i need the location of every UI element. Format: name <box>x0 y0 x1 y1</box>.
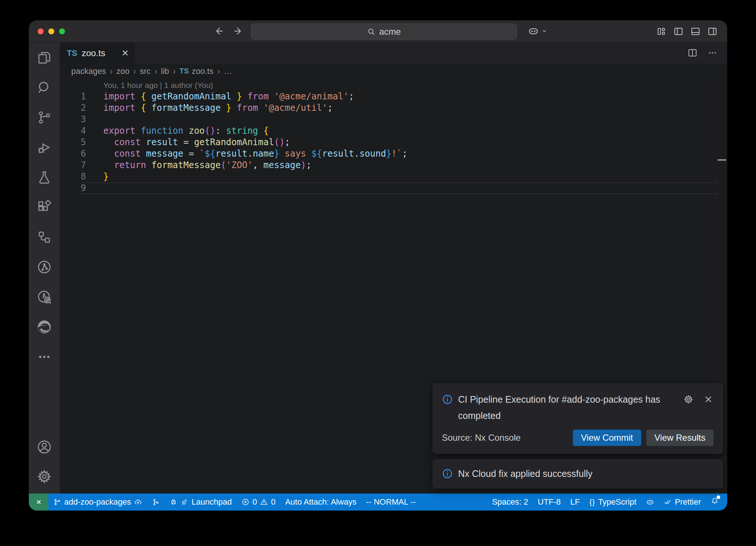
breadcrumb-file-label: zoo.ts <box>192 66 214 76</box>
breadcrumb-zoo[interactable]: zoo <box>116 66 129 76</box>
copilot-icon <box>528 25 539 37</box>
typescript-file-icon: TS <box>67 48 77 58</box>
error-count: 0 <box>252 497 257 507</box>
line-number[interactable]: 8 <box>60 171 86 182</box>
toggle-panel-icon[interactable] <box>690 26 701 38</box>
indentation-item[interactable]: Spaces: 2 <box>487 494 533 511</box>
settings-gear-icon[interactable] <box>29 462 60 491</box>
breadcrumb-lib[interactable]: lib <box>161 66 169 76</box>
nx-console-icon[interactable] <box>29 222 60 252</box>
current-line-highlight <box>80 182 718 194</box>
notification-ci-pipeline[interactable]: CI Pipeline Execution for #add-zoo-packa… <box>433 383 723 454</box>
line-number[interactable]: 4 <box>60 125 86 137</box>
code-line[interactable]: 1import { getRandomAnimal } from '@acme/… <box>60 91 727 102</box>
vim-mode-item[interactable]: -- NORMAL -- <box>361 494 421 511</box>
braces-icon: {} <box>590 498 595 506</box>
breadcrumb: packages › zoo › src › lib › TS zoo.ts ›… <box>60 64 727 79</box>
line-number[interactable]: 1 <box>60 91 86 102</box>
chevron-right-icon: › <box>173 66 176 76</box>
problems-item[interactable]: 0 0 <box>237 494 281 511</box>
toggle-primary-sidebar-icon[interactable] <box>673 26 684 38</box>
line-number[interactable]: 3 <box>60 114 86 125</box>
code-line[interactable]: 6 const message = `${result.name} says $… <box>60 148 727 160</box>
back-icon[interactable] <box>213 25 224 38</box>
eol-item[interactable]: LF <box>566 494 585 511</box>
language-label: TypeScript <box>598 497 636 507</box>
chevron-right-icon: › <box>133 66 136 76</box>
prettier-item[interactable]: Prettier <box>659 494 706 511</box>
code-line[interactable]: 2import { formatMessage } from '@acme/ut… <box>60 102 727 114</box>
minimize-window-button[interactable] <box>48 28 54 34</box>
customize-layout-icon[interactable] <box>656 26 667 38</box>
copilot-status-item[interactable] <box>641 494 659 511</box>
close-window-button[interactable] <box>38 28 44 34</box>
nx-cloud-icon[interactable] <box>29 282 60 312</box>
account-icon[interactable] <box>29 432 60 462</box>
notification-toasts: CI Pipeline Execution for #add-zoo-packa… <box>433 383 723 488</box>
explorer-icon[interactable] <box>29 42 60 72</box>
copilot-menu[interactable] <box>528 25 548 37</box>
code-line[interactable]: 3 <box>60 114 727 125</box>
remote-indicator[interactable] <box>29 494 48 511</box>
breadcrumb-packages[interactable]: packages <box>71 66 106 76</box>
auto-attach-item[interactable]: Auto Attach: Always <box>280 494 361 511</box>
nx-graph-icon[interactable] <box>29 252 60 282</box>
git-branch-icon <box>53 498 61 506</box>
run-and-debug-icon[interactable] <box>29 132 60 162</box>
notification-message: CI Pipeline Execution for #add-zoo-packa… <box>458 391 678 424</box>
forward-icon[interactable] <box>233 25 244 38</box>
launchpad-label: Launchpad <box>192 497 232 507</box>
chevron-right-icon: › <box>154 66 157 76</box>
git-branch-item[interactable]: add-zoo-packages <box>48 494 147 511</box>
breadcrumb-src[interactable]: src <box>140 66 151 76</box>
tab-zoo-ts[interactable]: TS zoo.ts ✕ <box>60 42 136 64</box>
cloud-upload-icon <box>134 498 142 506</box>
line-number[interactable]: 5 <box>60 137 86 148</box>
errors-icon <box>241 498 250 506</box>
activity-bar <box>29 42 60 494</box>
line-number[interactable]: 6 <box>60 148 86 160</box>
breadcrumb-file[interactable]: TS zoo.ts <box>179 66 213 76</box>
double-check-icon <box>664 498 672 506</box>
zoom-window-button[interactable] <box>59 28 65 34</box>
line-number[interactable]: 7 <box>60 160 86 171</box>
plug-icon <box>181 498 189 506</box>
rocket-icon <box>169 498 178 506</box>
view-results-button[interactable]: View Results <box>646 430 714 446</box>
title-bar: acme <box>29 20 727 42</box>
branch-name: add-zoo-packages <box>64 497 131 507</box>
warning-count: 0 <box>271 497 275 507</box>
line-number[interactable]: 2 <box>60 102 86 114</box>
more-icon[interactable] <box>29 342 60 372</box>
code-line[interactable]: 7 return formatMessage('ZOO', message); <box>60 160 727 171</box>
command-center-search[interactable]: acme <box>251 24 517 40</box>
testing-icon[interactable] <box>29 162 60 192</box>
view-commit-button[interactable]: View Commit <box>573 430 641 446</box>
notification-close-icon[interactable] <box>703 394 714 406</box>
toggle-secondary-sidebar-icon[interactable] <box>707 26 718 38</box>
status-bar: add-zoo-packages Launchpad 0 0 Auto Atta… <box>29 494 727 511</box>
search-icon[interactable] <box>29 72 60 102</box>
close-tab-icon[interactable]: ✕ <box>121 49 129 58</box>
notifications-bell-item[interactable] <box>706 494 724 511</box>
breadcrumb-symbol[interactable]: … <box>224 66 232 76</box>
notification-source: Source: Nx Console <box>442 433 520 443</box>
editor-more-actions-icon[interactable] <box>707 48 718 59</box>
prettier-label: Prettier <box>675 497 701 507</box>
code-line[interactable]: 4export function zoo(): string { <box>60 125 727 137</box>
language-mode-item[interactable]: {} TypeScript <box>585 494 641 511</box>
split-editor-icon[interactable] <box>687 48 698 59</box>
encoding-item[interactable]: UTF-8 <box>533 494 566 511</box>
vscode-window: acme <box>29 20 727 511</box>
edge-browser-icon[interactable] <box>29 312 60 342</box>
code-line[interactable]: 8} <box>60 171 727 182</box>
notification-nx-cloud-fix[interactable]: Nx Cloud fix applied successfully <box>433 460 723 488</box>
search-icon <box>367 27 376 36</box>
extensions-icon[interactable] <box>29 192 60 222</box>
launchpad-item[interactable]: Launchpad <box>165 494 237 511</box>
notification-settings-gear-icon[interactable] <box>683 394 694 406</box>
git-graph-item[interactable] <box>147 494 165 511</box>
info-icon <box>442 394 453 406</box>
code-line[interactable]: 5 const result = getRandomAnimal(); <box>60 137 727 148</box>
source-control-icon[interactable] <box>29 102 60 132</box>
